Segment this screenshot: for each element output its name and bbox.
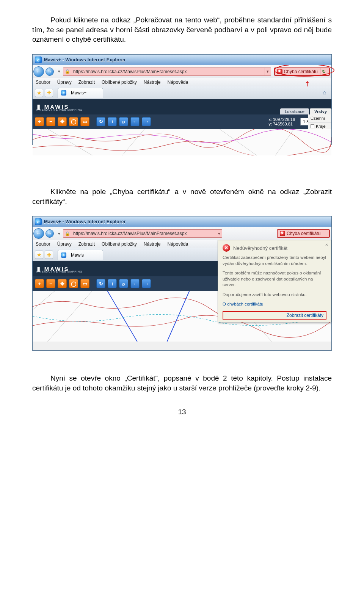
menu-nastroje[interactable]: Nástroje <box>144 80 161 85</box>
mawis-header: ||| MAWIS INTERACTIVE WEB MAPPING Lokali… <box>33 99 331 114</box>
tool-back[interactable]: ← <box>130 117 140 126</box>
paragraph-3: Nyní se otevře okno „Certifikát“, popsan… <box>32 373 332 393</box>
popup-title: Nedůvěryhodný certifikát <box>233 245 287 251</box>
menu-soubor-2[interactable]: Soubor <box>36 241 50 247</box>
ie-icon-2: e <box>35 218 42 225</box>
nav-dropdown-icon-2[interactable]: ▾ <box>57 230 61 237</box>
paragraph-1: Pokud kliknete na odkaz „Pokračovat na t… <box>32 15 332 44</box>
address-bar[interactable]: 🔒 https://mawis.hrdlicka.cz/MawisPlus/Ma… <box>63 67 271 76</box>
screenshot-2: e Mawis+ - Windows Internet Explorer ← →… <box>32 216 332 351</box>
menu-zobrazit[interactable]: Zobrazit <box>78 80 95 85</box>
cert-error-box[interactable]: ✕ Chyba certifikátu ↻ <box>274 67 330 76</box>
window-title-2: Mawis+ - Windows Internet Explorer <box>44 219 126 224</box>
mawis-tab-vrstvy[interactable]: Vrstvy <box>310 108 331 114</box>
cert-error-label: Chyba certifikátu <box>284 69 318 74</box>
tool-forward[interactable]: → <box>142 117 151 126</box>
tab-favicon: e <box>61 90 66 96</box>
tool-zoom-out-2[interactable]: − <box>46 279 55 288</box>
menu-oblibene[interactable]: Oblíbené položky <box>102 80 137 85</box>
address-url-2: https://mawis.hrdlicka.cz/MawisPlus/Main… <box>72 230 216 237</box>
menu-nastroje-2[interactable]: Nástroje <box>144 241 161 247</box>
menu-napoveda[interactable]: Nápověda <box>168 80 188 85</box>
layer-row-uzemni[interactable]: Územní <box>308 114 331 122</box>
mawis-tab-lokalizace[interactable]: Lokalizace <box>280 108 309 114</box>
menu-soubor[interactable]: Soubor <box>36 80 50 85</box>
refresh-icon[interactable]: ↻ <box>320 68 327 75</box>
tool-select[interactable]: ▭ <box>80 117 89 126</box>
tool-zoom-out[interactable]: − <box>46 117 55 126</box>
popup-text-3: Doporučujeme zavřít tuto webovou stránku… <box>223 292 326 298</box>
layer-panel: Územní Kraje <box>308 114 331 130</box>
browser-tab-2[interactable]: e Mawis+ <box>58 250 103 260</box>
tool-refresh-2[interactable]: ↻ <box>96 279 105 288</box>
mawis-tagline-2: INTERACTIVE WEB MAPPING <box>36 270 82 273</box>
shield-error-icon: ✕ <box>277 69 282 74</box>
lock-icon: 🔒 <box>63 68 72 75</box>
shield-error-icon-2: ✕ <box>280 231 285 236</box>
tool-info-2[interactable]: i <box>108 279 117 288</box>
favorites-button-2[interactable]: ★ <box>35 251 43 259</box>
coord-x: x: 1097228.16 <box>268 117 295 122</box>
home-icon[interactable]: ⌂ <box>321 89 328 96</box>
forward-button[interactable]: → <box>46 67 54 76</box>
tab-label-2: Mawis+ <box>71 252 86 258</box>
favorites-button[interactable]: ★ <box>35 89 43 97</box>
tab-favicon-2: e <box>61 252 66 258</box>
tool-info[interactable]: i <box>108 117 117 126</box>
coord-y: y: 746569.81 <box>268 122 295 126</box>
add-favorite-button-2[interactable]: ✚ <box>45 251 53 259</box>
address-dropdown-icon-2[interactable]: ▾ <box>216 230 222 237</box>
back-button-2[interactable]: ← <box>33 228 44 239</box>
back-button[interactable]: ← <box>33 66 44 77</box>
browser-nav-row-2: ← → ▾ 🔒 https://mawis.hrdlicka.cz/MawisP… <box>33 227 331 240</box>
mawis-toolbar: + − ✥ ◯ ▭ ↻ i ⌕ ← → x: 1097228.16 y: 746… <box>33 114 331 129</box>
menu-oblibene-2[interactable]: Oblíbené položky <box>102 241 137 247</box>
cert-error-label-2: Chyba certifikátu <box>287 231 320 236</box>
window-title: Mawis+ - Windows Internet Explorer <box>44 57 126 63</box>
tool-search-2[interactable]: ⌕ <box>119 279 128 288</box>
tool-search[interactable]: ⌕ <box>119 117 128 126</box>
add-favorite-button[interactable]: ✚ <box>45 89 53 97</box>
popup-about-link[interactable]: O chybách certifikátu <box>223 302 263 306</box>
lock-icon-2: 🔒 <box>63 230 72 237</box>
tool-globe[interactable]: ◯ <box>69 117 78 126</box>
nav-dropdown-icon[interactable]: ▾ <box>57 68 61 75</box>
menu-napoveda-2[interactable]: Nápověda <box>168 241 188 247</box>
tool-zoom-in-2[interactable]: + <box>35 279 44 288</box>
window-titlebar: e Mawis+ - Windows Internet Explorer <box>33 55 331 65</box>
tool-pan[interactable]: ✥ <box>58 117 67 126</box>
address-dropdown-icon[interactable]: ▾ <box>265 68 271 75</box>
map-area[interactable] <box>33 129 331 155</box>
tool-refresh[interactable]: ↻ <box>96 117 105 126</box>
tool-zoom-in[interactable]: + <box>35 117 44 126</box>
menu-upravy[interactable]: Úpravy <box>57 80 72 85</box>
menu-bar: Soubor Úpravy Zobrazit Oblíbené položky … <box>33 78 331 86</box>
browser-nav-row: ← → ▾ 🔒 https://mawis.hrdlicka.cz/MawisP… <box>33 65 331 78</box>
popup-shield-icon: ✕ <box>223 244 230 252</box>
popup-close-icon[interactable]: × <box>325 242 328 248</box>
tab-label: Mawis+ <box>71 90 86 96</box>
tool-globe-2[interactable]: ◯ <box>69 279 78 288</box>
ie-icon: e <box>35 56 42 63</box>
menu-upravy-2[interactable]: Úpravy <box>57 241 72 247</box>
menu-zobrazit-2[interactable]: Zobrazit <box>78 241 95 247</box>
browser-tab[interactable]: e Mawis+ <box>58 88 103 98</box>
tool-pan-2[interactable]: ✥ <box>58 279 67 288</box>
popup-show-cert-link[interactable]: Zobrazit certifikáty <box>223 311 326 320</box>
tool-forward-2[interactable]: → <box>142 279 151 288</box>
tool-back-2[interactable]: ← <box>130 279 140 288</box>
mawis-tagline: INTERACTIVE WEB MAPPING <box>36 108 82 111</box>
popup-text-1: Certifikát zabezpečení předložený tímto … <box>223 255 326 266</box>
address-url: https://mawis.hrdlicka.cz/MawisPlus/Main… <box>72 68 265 75</box>
forward-button-2[interactable]: → <box>46 229 54 238</box>
popup-text-2: Tento problém může naznačovat pokus o ok… <box>223 270 326 288</box>
cert-error-box-2[interactable]: ✕ Chyba certifikátu <box>277 229 330 238</box>
address-bar-2[interactable]: 🔒 https://mawis.hrdlicka.cz/MawisPlus/Ma… <box>63 229 222 238</box>
window-titlebar-2: e Mawis+ - Windows Internet Explorer <box>33 216 331 227</box>
coordinates-display: x: 1097228.16 y: 746569.81 <box>268 117 295 126</box>
browser-tab-row: ★ ✚ e Mawis+ ⌂ <box>33 86 331 99</box>
tool-select-2[interactable]: ▭ <box>80 279 89 288</box>
cert-popup: × ✕ Nedůvěryhodný certifikát Certifikát … <box>218 240 331 322</box>
page-number: 13 <box>32 408 332 416</box>
screenshot-1: ↑ e Mawis+ - Windows Internet Explorer ←… <box>32 54 332 145</box>
